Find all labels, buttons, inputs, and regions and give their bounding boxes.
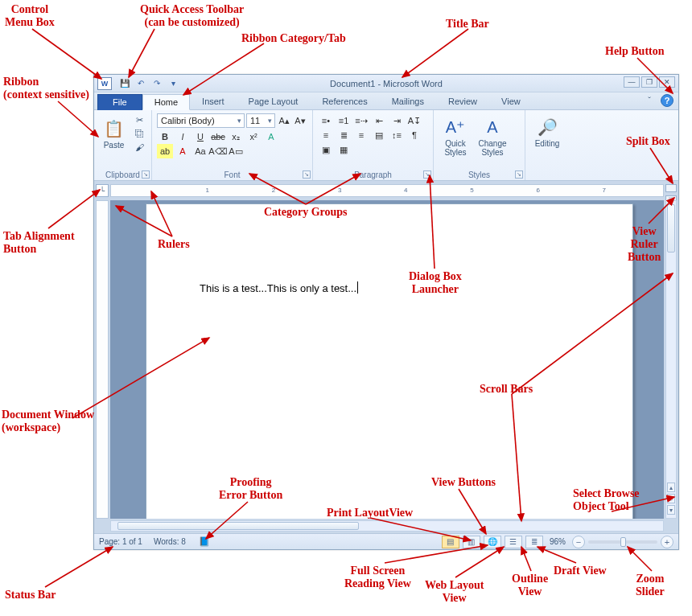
- vscroll-thumb[interactable]: [667, 204, 675, 253]
- dialog-launcher-paragraph[interactable]: ↘: [423, 170, 431, 179]
- quick-styles-icon: A⁺: [444, 116, 467, 138]
- minimize-ribbon-icon[interactable]: ˇ: [643, 94, 656, 107]
- align-right-icon[interactable]: ≡: [353, 128, 369, 142]
- window-title: Document1 - Microsoft Word: [94, 79, 678, 88]
- zoom-slider[interactable]: [588, 540, 657, 544]
- control-menu-box[interactable]: W: [97, 77, 112, 90]
- title-bar[interactable]: W 💾 ↶ ↷ ▾ Document1 - Microsoft Word — ❐…: [94, 75, 678, 92]
- help-button[interactable]: ?: [661, 94, 673, 107]
- previous-page-icon[interactable]: ▴: [667, 483, 675, 492]
- select-browse-object-button[interactable]: ○: [667, 494, 675, 503]
- document-page[interactable]: This is a test...This is only a test...: [146, 203, 633, 519]
- vertical-ruler[interactable]: [96, 200, 109, 519]
- web-layout-view-button[interactable]: 🌐: [484, 536, 501, 548]
- decrease-indent-icon[interactable]: ⇤: [371, 113, 387, 128]
- editing-button[interactable]: 🔎 Editing: [530, 113, 564, 151]
- ribbon: 📋 Paste ✂ ⿻ 🖌 Clipboard ↘ Calibri (Body)…: [94, 110, 678, 181]
- tab-mailings[interactable]: Mailings: [380, 93, 436, 109]
- cut-icon[interactable]: ✂: [132, 113, 146, 126]
- format-painter-icon[interactable]: 🖌: [132, 141, 146, 154]
- annot-category-groups: Category Groups: [264, 206, 348, 219]
- status-bar: Page: 1 of 1 Words: 8 📘 ▤ ▥ 🌐 ☰ ≣ 96% − …: [94, 533, 678, 549]
- font-size-combo[interactable]: 11: [246, 113, 275, 128]
- annot-proofing: ProofingError Button: [219, 476, 282, 502]
- font-name-combo[interactable]: Calibri (Body): [157, 113, 245, 128]
- font-color-icon[interactable]: A: [175, 144, 191, 158]
- underline-icon[interactable]: U: [192, 129, 208, 144]
- horizontal-ruler[interactable]: 1 2 3 4 5 6 7: [110, 184, 664, 197]
- quick-styles-button[interactable]: A⁺ QuickStyles: [439, 113, 472, 159]
- show-marks-icon[interactable]: ¶: [406, 128, 422, 142]
- status-words[interactable]: Words: 8: [154, 537, 186, 546]
- superscript-icon[interactable]: x²: [245, 129, 262, 144]
- annot-draft: Draft View: [554, 565, 607, 577]
- hscroll-thumb[interactable]: [117, 522, 359, 530]
- tab-review[interactable]: Review: [436, 93, 489, 109]
- dialog-launcher-clipboard[interactable]: ↘: [142, 170, 150, 179]
- italic-icon[interactable]: I: [175, 129, 191, 144]
- save-icon[interactable]: 💾: [118, 77, 131, 90]
- ruler-tick: 6: [536, 187, 539, 194]
- character-border-icon[interactable]: A▭: [228, 144, 244, 158]
- justify-icon[interactable]: ▤: [371, 128, 387, 142]
- dialog-launcher-font[interactable]: ↘: [303, 170, 311, 179]
- outline-view-button[interactable]: ☰: [505, 536, 522, 548]
- redo-icon[interactable]: ↷: [150, 77, 163, 90]
- increase-indent-icon[interactable]: ⇥: [389, 113, 405, 128]
- line-spacing-icon[interactable]: ↕≡: [389, 128, 405, 142]
- zoom-slider-thumb[interactable]: [620, 537, 626, 547]
- zoom-out-button[interactable]: −: [572, 536, 585, 548]
- full-screen-reading-view-button[interactable]: ▥: [463, 536, 480, 548]
- change-styles-button[interactable]: A ChangeStyles: [476, 113, 509, 159]
- next-page-icon[interactable]: ▾: [667, 505, 675, 515]
- strikethrough-icon[interactable]: abc: [210, 129, 226, 144]
- bullets-icon[interactable]: ≡•: [318, 113, 334, 128]
- zoom-in-button[interactable]: +: [661, 536, 673, 548]
- status-page[interactable]: Page: 1 of 1: [99, 537, 142, 546]
- copy-icon[interactable]: ⿻: [132, 127, 146, 140]
- multilevel-icon[interactable]: ≡⇢: [353, 113, 369, 128]
- document-text[interactable]: This is a test...This is only a test...: [200, 281, 358, 294]
- undo-icon[interactable]: ↶: [134, 77, 147, 90]
- file-tab[interactable]: File: [97, 94, 142, 110]
- clear-formatting-icon[interactable]: A⌫: [210, 144, 226, 158]
- ruler-tick: 4: [404, 187, 407, 194]
- quick-styles-label: QuickStyles: [444, 140, 466, 157]
- group-label-font: Font: [157, 169, 307, 179]
- align-center-icon[interactable]: ≣: [336, 128, 352, 142]
- ribbon-tab-row: File Home Insert Page Layout References …: [94, 92, 678, 110]
- tab-insert[interactable]: Insert: [190, 93, 237, 109]
- grow-font-icon[interactable]: A▴: [277, 113, 291, 128]
- sort-icon[interactable]: A↧: [406, 113, 422, 128]
- zoom-percent[interactable]: 96%: [550, 537, 566, 546]
- subscript-icon[interactable]: x₂: [228, 129, 244, 144]
- horizontal-scrollbar[interactable]: [110, 520, 664, 532]
- highlight-icon[interactable]: ab: [157, 144, 173, 158]
- maximize-button[interactable]: ❐: [641, 76, 657, 88]
- paste-button[interactable]: 📋 Paste: [99, 113, 129, 154]
- numbering-icon[interactable]: ≡1: [336, 113, 352, 128]
- shrink-font-icon[interactable]: A▾: [293, 113, 307, 128]
- draft-view-button[interactable]: ≣: [525, 536, 543, 548]
- print-layout-view-button[interactable]: ▤: [442, 536, 459, 548]
- vertical-scrollbar[interactable]: ▴ ○ ▾: [665, 200, 677, 519]
- change-case-icon[interactable]: Aa: [192, 144, 208, 158]
- dialog-launcher-styles[interactable]: ↘: [515, 170, 523, 179]
- borders-icon[interactable]: ▦: [336, 142, 352, 157]
- align-left-icon[interactable]: ≡: [318, 128, 334, 142]
- text-effects-icon[interactable]: A: [263, 129, 279, 144]
- tab-view[interactable]: View: [489, 93, 533, 109]
- bold-icon[interactable]: B: [157, 129, 173, 144]
- tab-home[interactable]: Home: [142, 94, 190, 110]
- split-box[interactable]: [665, 184, 677, 192]
- tab-references[interactable]: References: [310, 93, 379, 109]
- qat-customize-icon[interactable]: ▾: [167, 77, 179, 90]
- shading-icon[interactable]: ▣: [318, 142, 334, 157]
- tab-page-layout[interactable]: Page Layout: [237, 93, 311, 109]
- proofing-error-button[interactable]: 📘: [197, 536, 212, 548]
- close-button[interactable]: ✕: [659, 76, 675, 88]
- tab-alignment-button[interactable]: └: [96, 184, 109, 197]
- annot-view-ruler: ViewRulerButton: [628, 225, 661, 264]
- document-window[interactable]: This is a test...This is only a test...: [110, 200, 664, 519]
- minimize-button[interactable]: —: [624, 76, 640, 88]
